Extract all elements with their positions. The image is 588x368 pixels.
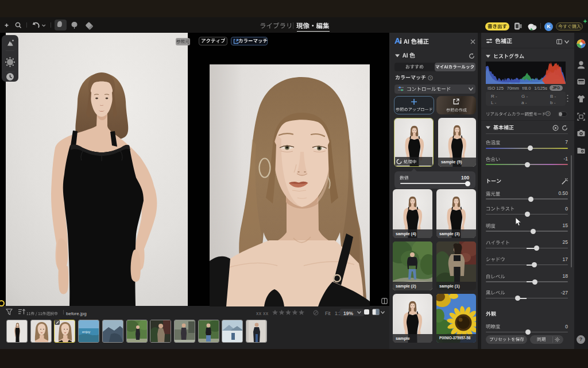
svg-text:?: ? xyxy=(430,76,432,80)
svg-text:enjoy: enjoy xyxy=(82,330,90,334)
svg-text:?: ? xyxy=(547,112,550,116)
